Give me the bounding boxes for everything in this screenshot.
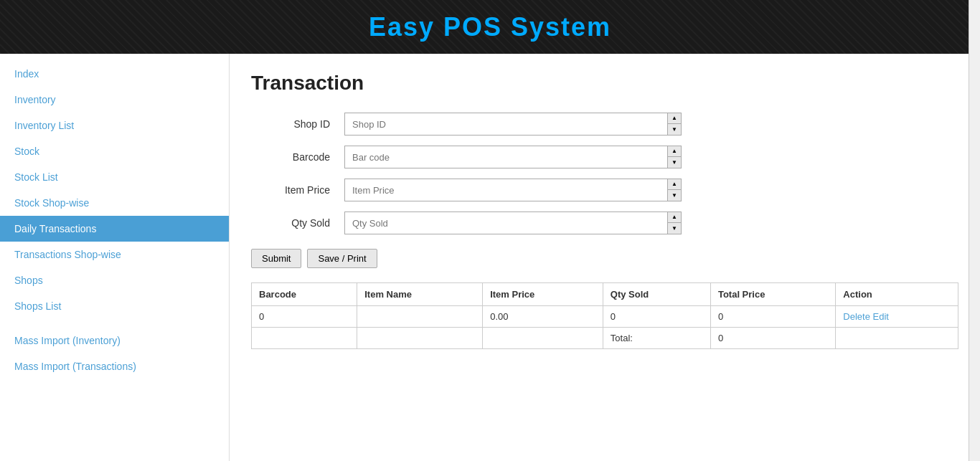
table-row: 0 0.00 0 0 Delete Edit bbox=[252, 306, 958, 328]
shop-id-spinner-up[interactable]: ▲ bbox=[668, 113, 681, 124]
cell-item-price: 0.00 bbox=[483, 306, 603, 328]
qty-sold-input[interactable] bbox=[345, 212, 667, 234]
barcode-spinner-up[interactable]: ▲ bbox=[668, 146, 681, 157]
form-row-barcode: Barcode ▲ ▼ bbox=[251, 146, 958, 168]
sidebar: Index Inventory Inventory List Stock Sto… bbox=[0, 54, 230, 461]
sidebar-item-shops-list[interactable]: Shops List bbox=[0, 293, 229, 319]
item-price-spinner-down[interactable]: ▼ bbox=[668, 190, 681, 201]
sidebar-item-daily-transactions[interactable]: Daily Transactions bbox=[0, 216, 229, 242]
footer-total-value: 0 bbox=[710, 328, 835, 349]
barcode-input-wrapper: ▲ ▼ bbox=[344, 146, 682, 168]
sidebar-divider bbox=[0, 319, 229, 328]
col-header-action: Action bbox=[836, 283, 958, 306]
sidebar-item-stock[interactable]: Stock bbox=[0, 138, 229, 164]
sidebar-item-transactions-shopwise[interactable]: Transactions Shop-wise bbox=[0, 242, 229, 267]
submit-button[interactable]: Submit bbox=[251, 249, 301, 268]
edit-link[interactable]: Edit bbox=[873, 311, 889, 322]
sidebar-item-mass-import-inventory[interactable]: Mass Import (Inventory) bbox=[0, 328, 229, 353]
col-header-total-price: Total Price bbox=[710, 283, 835, 306]
form-row-shop-id: Shop ID ▲ ▼ bbox=[251, 113, 958, 136]
footer-barcode bbox=[252, 328, 357, 349]
app-header: Easy POS System bbox=[0, 0, 980, 54]
item-price-spinners: ▲ ▼ bbox=[667, 179, 681, 201]
scrollbar[interactable] bbox=[969, 0, 980, 461]
main-content: Transaction Shop ID ▲ ▼ Barcode bbox=[230, 54, 980, 461]
barcode-spinners: ▲ ▼ bbox=[667, 146, 681, 168]
footer-item-name bbox=[357, 328, 483, 349]
save-print-button[interactable]: Save / Print bbox=[307, 249, 377, 268]
qty-sold-spinner-up[interactable]: ▲ bbox=[668, 212, 681, 223]
label-item-price: Item Price bbox=[251, 184, 344, 196]
label-qty-sold: Qty Sold bbox=[251, 217, 344, 229]
shop-id-spinners: ▲ ▼ bbox=[667, 113, 681, 135]
item-price-input[interactable] bbox=[345, 179, 667, 201]
main-layout: Index Inventory Inventory List Stock Sto… bbox=[0, 54, 980, 461]
sidebar-item-stock-list[interactable]: Stock List bbox=[0, 164, 229, 190]
footer-total-label: Total: bbox=[603, 328, 710, 349]
sidebar-item-shops[interactable]: Shops bbox=[0, 267, 229, 293]
cell-qty-sold: 0 bbox=[603, 306, 710, 328]
transactions-table: Barcode Item Name Item Price Qty Sold To… bbox=[251, 282, 958, 349]
col-header-qty-sold: Qty Sold bbox=[603, 283, 710, 306]
barcode-input[interactable] bbox=[345, 146, 667, 168]
sidebar-item-index[interactable]: Index bbox=[0, 61, 229, 87]
transaction-form: Shop ID ▲ ▼ Barcode ▲ ▼ bbox=[251, 113, 958, 234]
sidebar-item-inventory[interactable]: Inventory bbox=[0, 87, 229, 113]
page-title: Transaction bbox=[251, 72, 958, 95]
qty-sold-spinners: ▲ ▼ bbox=[667, 212, 681, 234]
sidebar-item-mass-import-transactions[interactable]: Mass Import (Transactions) bbox=[0, 353, 229, 379]
col-header-barcode: Barcode bbox=[252, 283, 357, 306]
col-header-item-price: Item Price bbox=[483, 283, 603, 306]
table-footer-row: Total: 0 bbox=[252, 328, 958, 349]
qty-sold-input-wrapper: ▲ ▼ bbox=[344, 212, 682, 234]
action-buttons: Submit Save / Print bbox=[251, 249, 958, 268]
shop-id-spinner-down[interactable]: ▼ bbox=[668, 124, 681, 135]
shop-id-input[interactable] bbox=[345, 113, 667, 135]
delete-link[interactable]: Delete bbox=[843, 311, 870, 322]
table-body: 0 0.00 0 0 Delete Edit Total: bbox=[252, 306, 958, 349]
footer-item-price bbox=[483, 328, 603, 349]
qty-sold-spinner-down[interactable]: ▼ bbox=[668, 223, 681, 234]
item-price-input-wrapper: ▲ ▼ bbox=[344, 179, 682, 201]
sidebar-item-stock-shopwise[interactable]: Stock Shop-wise bbox=[0, 190, 229, 216]
form-row-item-price: Item Price ▲ ▼ bbox=[251, 179, 958, 201]
footer-action bbox=[836, 328, 958, 349]
cell-action: Delete Edit bbox=[836, 306, 958, 328]
col-header-item-name: Item Name bbox=[357, 283, 483, 306]
item-price-spinner-up[interactable]: ▲ bbox=[668, 179, 681, 190]
label-shop-id: Shop ID bbox=[251, 118, 344, 130]
app-title: Easy POS System bbox=[369, 12, 611, 42]
cell-item-name bbox=[357, 306, 483, 328]
shop-id-input-wrapper: ▲ ▼ bbox=[344, 113, 682, 136]
table-header: Barcode Item Name Item Price Qty Sold To… bbox=[252, 283, 958, 306]
cell-total-price: 0 bbox=[710, 306, 835, 328]
form-row-qty-sold: Qty Sold ▲ ▼ bbox=[251, 212, 958, 234]
sidebar-item-inventory-list[interactable]: Inventory List bbox=[0, 113, 229, 138]
cell-barcode: 0 bbox=[252, 306, 357, 328]
label-barcode: Barcode bbox=[251, 151, 344, 163]
barcode-spinner-down[interactable]: ▼ bbox=[668, 157, 681, 168]
